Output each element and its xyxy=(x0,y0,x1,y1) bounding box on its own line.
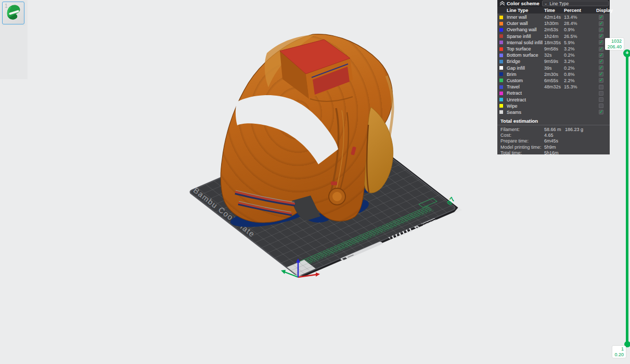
add-pause-icon: + xyxy=(625,49,628,56)
panel-title: Color scheme xyxy=(507,1,539,6)
table-row: Bottom surface32s0.2% xyxy=(497,52,610,58)
display-checkbox[interactable] xyxy=(599,28,603,32)
table-row: Gap infill39s0.2% xyxy=(497,65,610,71)
line-type-color-swatch xyxy=(499,54,503,57)
table-row: Travel48m32s15.3% xyxy=(497,84,610,90)
table-row: Brim2m30s0.8% xyxy=(497,71,610,77)
table-row: Internal solid infill18m35s5.9% xyxy=(497,40,610,46)
plate-thumbnail-index: 1 xyxy=(5,3,8,9)
display-checkbox[interactable] xyxy=(599,47,603,51)
plate-thumbnail-panel: 1 xyxy=(2,1,25,26)
table-row: Retract xyxy=(497,90,610,96)
display-checkbox[interactable] xyxy=(599,53,603,58)
plate-text-marks xyxy=(421,218,438,226)
display-checkbox[interactable] xyxy=(599,34,603,38)
display-checkbox[interactable] xyxy=(599,40,603,45)
display-checkbox[interactable] xyxy=(599,66,603,70)
table-header-row: Line Type Time Percent Display xyxy=(497,7,610,14)
table-row: Top surface9m58s3.2% xyxy=(497,46,610,52)
estimation-row: Cost:4.65 xyxy=(500,132,607,138)
bottom-layer-height: 0.20 xyxy=(614,352,624,358)
line-type-color-swatch xyxy=(499,72,503,76)
bottom-layer-number: 1 xyxy=(614,346,624,352)
chin-disc-inner xyxy=(332,192,342,201)
chevron-down-icon: ⌄ xyxy=(544,2,548,6)
layer-slider-track[interactable] xyxy=(626,53,628,344)
total-estimation-title: Total estimation xyxy=(497,115,610,125)
top-layer-number: 1032 xyxy=(607,38,622,44)
table-row: Overhang wall2m53s0.9% xyxy=(497,27,610,33)
red-accent-2 xyxy=(331,181,337,185)
line-type-color-swatch xyxy=(499,16,503,19)
display-checkbox[interactable] xyxy=(599,15,603,20)
origin-axes-gizmo xyxy=(276,250,328,282)
table-row: Unretract xyxy=(497,96,610,102)
line-type-color-swatch xyxy=(499,104,503,108)
col-percent: Percent xyxy=(564,8,596,13)
estimation-row: Total time:5h16m xyxy=(500,150,607,155)
dropdown-value: Line Type xyxy=(550,1,569,6)
total-estimation-table: Filament:58.66 m186.23 g Cost:4.65 Prepa… xyxy=(497,125,610,155)
layer-slider-top-handle[interactable]: + xyxy=(623,49,630,57)
display-checkbox[interactable] xyxy=(599,21,603,26)
col-display: Display xyxy=(596,8,613,13)
helmet-fin xyxy=(365,107,393,193)
line-type-color-swatch xyxy=(499,79,503,82)
display-checkbox[interactable] xyxy=(599,103,603,108)
line-type-color-swatch xyxy=(499,85,503,89)
display-checkbox[interactable] xyxy=(599,110,603,114)
display-checkbox[interactable] xyxy=(599,72,603,76)
col-time: Time xyxy=(544,8,564,13)
table-row: Wipe xyxy=(497,103,610,109)
table-row: Bridge9m59s3.2% xyxy=(497,58,610,64)
collapse-panel-icon[interactable] xyxy=(499,1,505,6)
color-scheme-dropdown[interactable]: ⌄ Line Type xyxy=(542,1,609,6)
line-type-color-swatch xyxy=(499,60,503,63)
line-type-color-swatch xyxy=(499,34,503,38)
display-checkbox[interactable] xyxy=(599,78,603,83)
line-type-color-swatch xyxy=(499,92,503,95)
display-checkbox[interactable] xyxy=(599,91,603,96)
estimation-row: Prepare time:6m45s xyxy=(500,138,607,144)
table-row: Sparse infill1h24m26.5% xyxy=(497,33,610,40)
line-type-color-swatch xyxy=(499,22,503,25)
table-row: Outer wall1h30m28.4% xyxy=(497,20,610,27)
line-type-color-swatch xyxy=(499,28,503,32)
plate-corner-triangle xyxy=(448,207,462,214)
table-row: Inner wall42m14s13.4% xyxy=(497,14,610,20)
color-scheme-titlebar: Color scheme ⌄ Line Type xyxy=(497,0,610,7)
table-row: Seams xyxy=(497,109,610,115)
line-type-color-swatch xyxy=(499,47,503,51)
plate-thumbnail[interactable]: 1 xyxy=(2,2,24,24)
col-line-type: Line Type xyxy=(507,8,544,13)
estimation-row: Model printing time:5h9m xyxy=(500,144,607,150)
display-checkbox[interactable] xyxy=(599,59,603,64)
top-layer-height: 206.40 xyxy=(607,44,622,50)
sliced-model[interactable] xyxy=(211,29,403,231)
line-type-color-swatch xyxy=(499,66,503,70)
layer-slider-bottom-tooltip: 1 0.20 xyxy=(612,346,626,358)
layer-slider-top-tooltip: 1032 206.40 xyxy=(605,38,624,50)
plate-qr-icon xyxy=(414,225,420,229)
bambu-studio-preview-window: 1 Bambu Cool Plate 07 xyxy=(0,0,630,364)
display-checkbox[interactable] xyxy=(599,97,603,102)
line-type-color-swatch xyxy=(499,41,503,44)
color-scheme-panel: Color scheme ⌄ Line Type Line Type Time … xyxy=(497,0,610,154)
line-type-color-swatch xyxy=(499,110,503,114)
table-row: Custom6m55s2.2% xyxy=(497,77,610,84)
line-type-table: Inner wall42m14s13.4% Outer wall1h30m28.… xyxy=(497,14,610,115)
line-type-color-swatch xyxy=(499,98,503,101)
display-checkbox[interactable] xyxy=(599,85,603,89)
estimation-row: Filament:58.66 m186.23 g xyxy=(500,126,607,132)
